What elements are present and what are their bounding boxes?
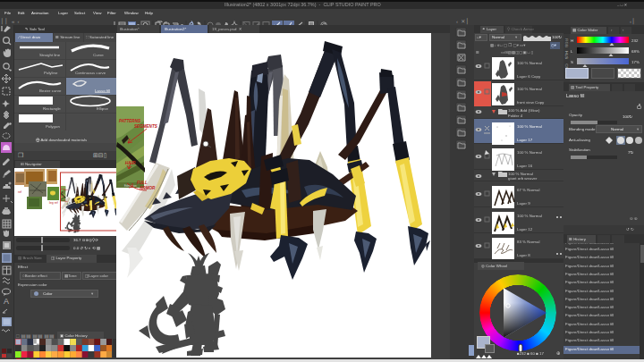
svg-text:HAIR: HAIR [125, 161, 136, 165]
svg-text:PATTERNS: PATTERNS [119, 119, 141, 123]
svg-text:leg ref: leg ref [49, 201, 58, 205]
svg-text:ref: ref [18, 190, 21, 194]
svg-text:FULL: FULL [137, 181, 148, 185]
svg-text:SEGMENTS: SEGMENTS [134, 124, 158, 129]
svg-text:A: A [4, 297, 9, 306]
svg-text:ARMOR: ARMOR [139, 186, 156, 190]
